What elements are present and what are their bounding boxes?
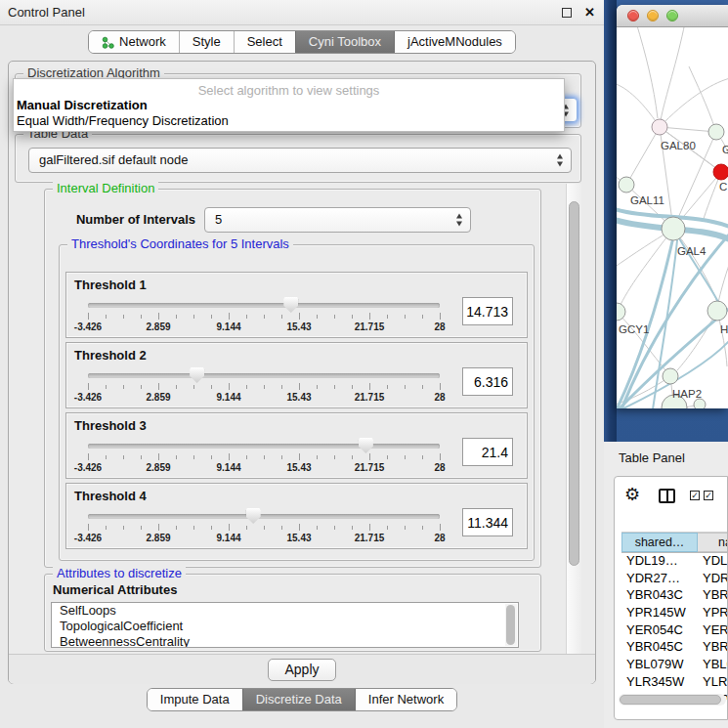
- tab-jactivemnodules[interactable]: jActiveMNodules: [394, 31, 515, 53]
- minimize-traffic-light-icon[interactable]: [647, 10, 659, 21]
- tick-mark: [299, 453, 300, 460]
- table-horizontal-scrollbar[interactable]: [619, 694, 726, 706]
- tick-label: 2.859: [146, 533, 170, 543]
- column-header-name[interactable]: na: [698, 533, 728, 552]
- slider-track[interactable]: [88, 514, 440, 519]
- numerical-attributes-list[interactable]: SelfLoopsTopologicalCoefficientBetweenne…: [51, 602, 519, 648]
- settings-vertical-scrollbar[interactable]: [566, 184, 581, 654]
- network-edge: [636, 27, 658, 118]
- bottom-tab-bar: Impute DataDiscretize DataInfer Network: [0, 688, 604, 711]
- float-window-icon[interactable]: [562, 8, 572, 18]
- tick-mark: [88, 313, 89, 320]
- table-panel-title: Table Panel: [619, 450, 685, 465]
- slider-thumb[interactable]: [283, 297, 298, 313]
- tab-style[interactable]: Style: [179, 31, 234, 53]
- tick-mark: [141, 455, 142, 459]
- table-row[interactable]: YPR145WYPR14: [621, 605, 728, 622]
- tick-label: 9.144: [216, 321, 240, 332]
- attribute-item-selfloops[interactable]: SelfLoops: [52, 603, 518, 619]
- slider-thumb[interactable]: [359, 438, 373, 453]
- threshold-1-value[interactable]: [462, 297, 513, 325]
- bottom-tab-impute-data[interactable]: Impute Data: [148, 689, 242, 710]
- attributes-scrollbar-thumb[interactable]: [506, 605, 515, 645]
- tick-mark: [246, 455, 247, 459]
- checkbox-icon[interactable]: ✓: [690, 491, 700, 500]
- table-row[interactable]: YBR045CYBR04: [621, 639, 728, 657]
- node-top-right[interactable]: [708, 124, 724, 140]
- threshold-4-value[interactable]: [462, 508, 513, 536]
- gear-icon[interactable]: ⚙: [624, 486, 640, 503]
- tick-mark: [176, 385, 177, 389]
- tab-select[interactable]: Select: [234, 31, 295, 53]
- tick-mark: [176, 315, 177, 319]
- apply-button[interactable]: Apply: [268, 659, 336, 681]
- threshold-1-slider[interactable]: -3.4262.8599.14415.4321.71528: [88, 301, 440, 334]
- bottom-tab-discretize-data[interactable]: Discretize Data: [242, 689, 355, 710]
- select-columns-icon[interactable]: [659, 489, 675, 503]
- node-label-hap2: HAP2: [672, 388, 702, 400]
- tab-cyni-toolbox[interactable]: Cyni Toolbox: [295, 31, 394, 53]
- threshold-3-value[interactable]: [462, 438, 513, 466]
- threshold-3-slider[interactable]: -3.4262.8599.14415.4321.71528: [88, 442, 440, 475]
- network-edge: [626, 127, 660, 185]
- attribute-item-topologicalcoefficient[interactable]: TopologicalCoefficient: [52, 619, 518, 634]
- node-gal11[interactable]: [619, 177, 634, 193]
- slider-thumb[interactable]: [190, 367, 204, 383]
- node-h[interactable]: [707, 301, 727, 321]
- node-small-bottom[interactable]: [694, 399, 706, 408]
- node-hap2[interactable]: [663, 368, 678, 384]
- slider-track[interactable]: [88, 444, 440, 449]
- network-view-window[interactable]: GAL80GACGAL11GAL4GCY1HHAP2: [617, 5, 728, 408]
- threshold-2-slider[interactable]: -3.4262.8599.14415.4321.71528: [88, 371, 440, 405]
- network-edge: [718, 262, 728, 303]
- threshold-4-slider[interactable]: -3.4262.8599.14415.4321.71528: [88, 512, 440, 545]
- tick-mark: [299, 313, 300, 320]
- tick-label: 21.715: [355, 321, 385, 332]
- table-row[interactable]: YBR043CYBR04: [621, 587, 728, 605]
- bottom-tab-infer-network[interactable]: Infer Network: [355, 689, 456, 710]
- checkbox-icon[interactable]: ✓: [704, 491, 713, 500]
- table-row[interactable]: YBL079WYBL07: [621, 657, 728, 674]
- slider-track[interactable]: [88, 373, 440, 378]
- network-edge: [660, 127, 716, 132]
- tick-mark: [334, 455, 335, 459]
- attribute-item-betweennesscentrality[interactable]: BetweennessCentrality: [52, 634, 518, 648]
- node-gal4[interactable]: [662, 217, 685, 240]
- slider-thumb[interactable]: [246, 508, 261, 524]
- table-row[interactable]: YER054CYER05: [621, 622, 728, 640]
- table-data-combobox[interactable]: galFiltered.sif default node: [28, 148, 572, 173]
- attributes-scrollbar[interactable]: [505, 604, 517, 646]
- network-edge: [689, 66, 716, 132]
- threshold-2-value[interactable]: [462, 367, 513, 396]
- zoom-traffic-light-icon[interactable]: [666, 10, 678, 21]
- node-selected-red[interactable]: [713, 164, 728, 180]
- network-canvas[interactable]: GAL80GACGAL11GAL4GCY1HHAP2: [617, 27, 728, 408]
- table-hscrollbar-thumb[interactable]: [620, 695, 721, 705]
- tab-network[interactable]: Network: [89, 31, 179, 53]
- tick-mark: [193, 385, 194, 389]
- column-header-shared-name[interactable]: shared…: [621, 533, 698, 552]
- cell-shared-name: YDL19…: [621, 553, 698, 571]
- tick-label: 21.715: [355, 533, 385, 543]
- close-traffic-light-icon[interactable]: [627, 10, 639, 21]
- algorithm-option-equal-width-frequency-discretization[interactable]: Equal Width/Frequency Discretization: [14, 113, 564, 129]
- algorithm-option-manual-discretization[interactable]: Manual Discretization: [14, 98, 564, 113]
- numerical-attributes-label: Numerical Attributes: [53, 582, 177, 597]
- network-graph[interactable]: GAL80GACGAL11GAL4GCY1HHAP2: [617, 27, 728, 408]
- tick-mark: [176, 455, 177, 459]
- table-row[interactable]: YLR345WYLR34: [621, 674, 728, 692]
- cell-shared-name: YBR043C: [621, 587, 698, 605]
- settings-scrollbar-thumb[interactable]: [569, 201, 579, 566]
- tick-mark: [352, 455, 353, 459]
- number-of-intervals-combobox[interactable]: 5: [204, 207, 471, 233]
- node-gal80[interactable]: [652, 119, 667, 135]
- table-row[interactable]: YDR27…YDR27: [621, 571, 728, 588]
- node-gcy1[interactable]: [617, 303, 625, 321]
- table-row[interactable]: YDL19…YDL19: [621, 553, 728, 571]
- node-label-gal11: GAL11: [630, 194, 664, 206]
- tick-mark: [317, 526, 318, 530]
- slider-track[interactable]: [88, 303, 440, 308]
- close-icon[interactable]: ✕: [584, 0, 595, 25]
- network-window-titlebar[interactable]: [617, 5, 728, 27]
- algorithm-popup-items: Manual DiscretizationEqual Width/Frequen…: [14, 98, 564, 129]
